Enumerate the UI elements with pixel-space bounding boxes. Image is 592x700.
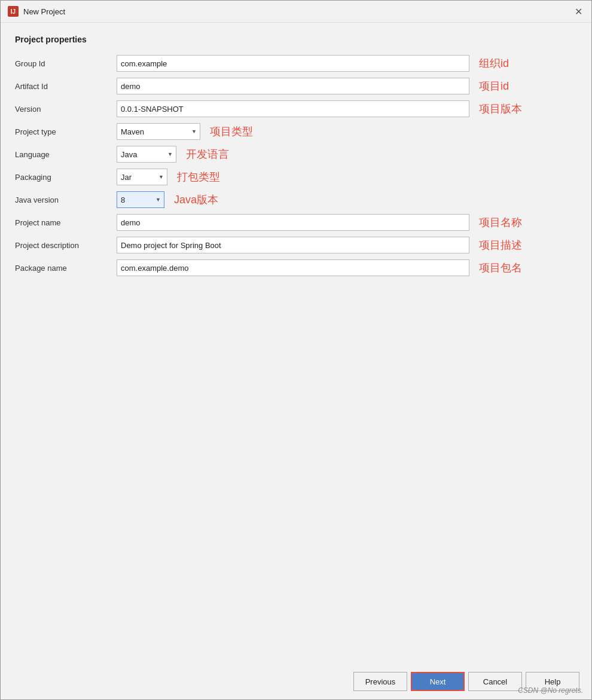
project-type-annotation: 项目类型	[210, 124, 253, 139]
project-type-label: Project type	[15, 127, 117, 136]
language-annotation: 开发语言	[186, 147, 229, 161]
watermark: CSDN @No regrets.	[518, 686, 583, 695]
packaging-annotation: 打包类型	[177, 170, 220, 184]
packaging-label: Packaging	[15, 173, 117, 182]
title-bar-left: IJ New Project	[8, 6, 65, 17]
group-id-annotation: 组织id	[479, 56, 509, 71]
app-icon: IJ	[8, 6, 19, 17]
language-select-wrapper: Java Kotlin Groovy	[117, 146, 176, 163]
java-version-label: Java version	[15, 195, 117, 204]
package-name-annotation: 项目包名	[479, 261, 522, 275]
project-name-annotation: 项目名称	[479, 215, 522, 230]
project-type-select[interactable]: Maven Gradle	[117, 123, 200, 140]
group-id-label: Group Id	[15, 59, 117, 68]
packaging-select[interactable]: Jar War	[117, 169, 167, 185]
window-title: New Project	[23, 7, 65, 16]
project-description-row: Project description 项目描述	[15, 237, 577, 253]
project-description-input[interactable]	[117, 237, 469, 253]
project-name-label: Project name	[15, 218, 117, 227]
language-label: Language	[15, 150, 117, 159]
package-name-row: Package name 项目包名	[15, 259, 577, 276]
project-type-row: Project type Maven Gradle 项目类型	[15, 123, 577, 140]
artifact-id-input[interactable]	[117, 78, 469, 94]
package-name-input[interactable]	[117, 259, 469, 276]
artifact-id-label: Artifact Id	[15, 82, 117, 91]
language-select[interactable]: Java Kotlin Groovy	[117, 146, 176, 163]
project-name-input[interactable]	[117, 214, 469, 231]
cancel-button[interactable]: Cancel	[468, 672, 522, 691]
project-name-row: Project name 项目名称	[15, 214, 577, 231]
new-project-dialog: IJ New Project ✕ Project properties Grou…	[0, 0, 592, 700]
project-description-annotation: 项目描述	[479, 238, 522, 252]
java-version-row: Java version 8 11 17 21 Java版本	[15, 191, 577, 208]
project-type-select-wrapper: Maven Gradle	[117, 123, 200, 140]
dialog-body: Project properties Group Id 组织id Artifac…	[1, 23, 591, 664]
packaging-row: Packaging Jar War 打包类型	[15, 169, 577, 185]
project-description-label: Project description	[15, 241, 117, 250]
title-bar: IJ New Project ✕	[1, 1, 591, 23]
group-id-row: Group Id 组织id	[15, 55, 577, 72]
footer: Previous Next Cancel Help	[1, 664, 591, 699]
previous-button[interactable]: Previous	[353, 672, 407, 691]
group-id-input[interactable]	[117, 55, 469, 72]
close-button[interactable]: ✕	[572, 5, 584, 17]
java-version-select[interactable]: 8 11 17 21	[117, 191, 164, 208]
package-name-label: Package name	[15, 264, 117, 273]
packaging-select-wrapper: Jar War	[117, 169, 167, 185]
artifact-id-annotation: 项目id	[479, 79, 509, 93]
version-label: Version	[15, 105, 117, 114]
version-annotation: 项目版本	[479, 102, 522, 116]
artifact-id-row: Artifact Id 项目id	[15, 78, 577, 94]
java-version-select-wrapper: 8 11 17 21	[117, 191, 164, 208]
next-button[interactable]: Next	[411, 672, 465, 691]
version-row: Version 项目版本	[15, 100, 577, 117]
language-row: Language Java Kotlin Groovy 开发语言	[15, 146, 577, 163]
version-input[interactable]	[117, 100, 469, 117]
section-title: Project properties	[15, 35, 577, 44]
java-version-annotation: Java版本	[174, 192, 218, 207]
